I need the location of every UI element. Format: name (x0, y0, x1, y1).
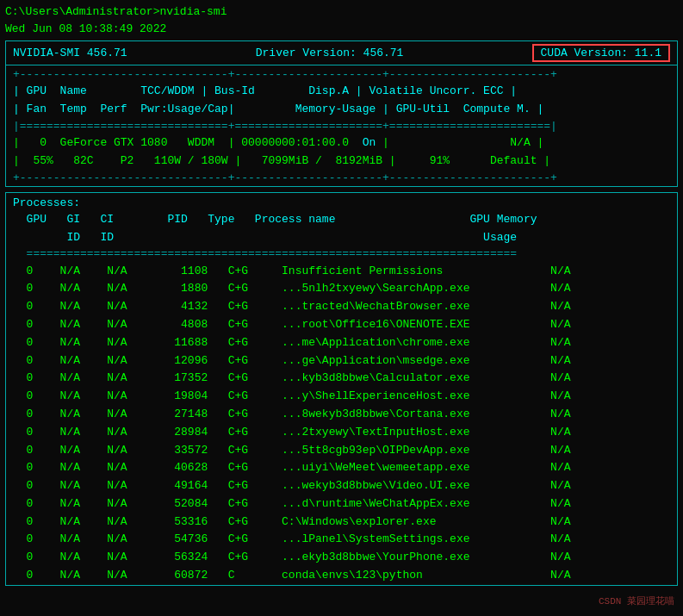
gpu-separator-bot: +-------------------------------+-------… (13, 171, 670, 186)
gpu-header-line2: | Fan Temp Perf Pwr:Usage/Cap| Memory-Us… (13, 101, 670, 119)
proc-row: 0 N/A N/A 52084 C+G ...d\runtime\WeChatA… (6, 495, 677, 513)
proc-row: 0 N/A N/A 27148 C+G ...8wekyb3d8bbwe\Cor… (6, 406, 677, 424)
proc-row: 0 N/A N/A 4808 C+G ...root\Office16\ONEN… (6, 316, 677, 334)
proc-row: 0 N/A N/A 12096 C+G ...ge\Application\ms… (6, 352, 677, 370)
cuda-badge: CUDA Version: 11.1 (532, 44, 670, 62)
proc-row: 0 N/A N/A 56324 C+G ...ekyb3d8bbwe\YourP… (6, 549, 677, 567)
gpu-header-line1: | GPU Name TCC/WDDM | Bus-Id Disp.A | Vo… (13, 83, 670, 101)
proc-row: 0 N/A N/A 49164 C+G ...wekyb3d8bbwe\Vide… (6, 477, 677, 495)
proc-row: 0 N/A N/A 40628 C+G ...uiyi\WeMeet\wemee… (6, 459, 677, 477)
processes-block: Processes: GPU GI CI PID Type Process na… (5, 192, 678, 586)
proc-row: 0 N/A N/A 54736 C+G ...lPanel\SystemSett… (6, 531, 677, 549)
proc-row: 0 N/A N/A 4132 C+G ...tracted\WechatBrow… (6, 298, 677, 316)
terminal-window: C:\Users\Administrator>nvidia-smi Wed Ju… (0, 0, 683, 616)
proc-rows-container: 0 N/A N/A 1108 C+G Insufficient Permissi… (6, 263, 677, 585)
proc-row: 0 N/A N/A 28984 C+G ...2txyewy\TextInput… (6, 424, 677, 442)
proc-separator: ========================================… (6, 246, 677, 262)
cmd-line-1: C:\Users\Administrator>nvidia-smi (5, 3, 678, 21)
gpu-separator-mid: |===============================+=======… (13, 119, 670, 134)
gpu-separator-top: +-------------------------------+-------… (13, 67, 670, 83)
proc-row: 0 N/A N/A 33572 C+G ...5tt8cgb93ep\OIPDe… (6, 442, 677, 460)
smi-block: NVIDIA-SMI 456.71 Driver Version: 456.71… (5, 40, 678, 187)
proc-row: 0 N/A N/A 19804 C+G ...y\ShellExperience… (6, 388, 677, 406)
proc-row: 0 N/A N/A 60872 C conda\envs\123\python … (6, 567, 677, 585)
proc-row: 0 N/A N/A 11688 C+G ...me\Application\ch… (6, 334, 677, 352)
proc-row: 0 N/A N/A 17352 C+G ...kyb3d8bbwe\Calcul… (6, 370, 677, 388)
smi-title: NVIDIA-SMI 456.71 (13, 47, 127, 59)
gpu-row-1-line2: | 55% 82C P2 110W / 180W | 7099MiB / 819… (13, 152, 670, 171)
proc-row: 0 N/A N/A 1880 C+G ...5nlh2txyewy\Search… (6, 280, 677, 298)
proc-row: 0 N/A N/A 53316 C+G C:\Windows\explorer.… (6, 513, 677, 532)
proc-row: 0 N/A N/A 1108 C+G Insufficient Permissi… (6, 263, 677, 281)
driver-version: Driver Version: 456.71 (145, 47, 515, 59)
watermark: CSDN 菜园理花喵 (599, 594, 674, 607)
cmd-line-2: Wed Jun 08 10:38:49 2022 (5, 21, 678, 38)
gpu-row-1-line1: | 0 GeForce GTX 1080 WDDM | 00000000:01:… (13, 134, 670, 152)
smi-header-row: NVIDIA-SMI 456.71 Driver Version: 456.71… (6, 41, 677, 65)
proc-header-line1: GPU GI CI PID Type Process name GPU Memo… (6, 211, 677, 229)
processes-title: Processes: (6, 193, 677, 211)
proc-header-line2: ID ID Usage (6, 229, 677, 247)
